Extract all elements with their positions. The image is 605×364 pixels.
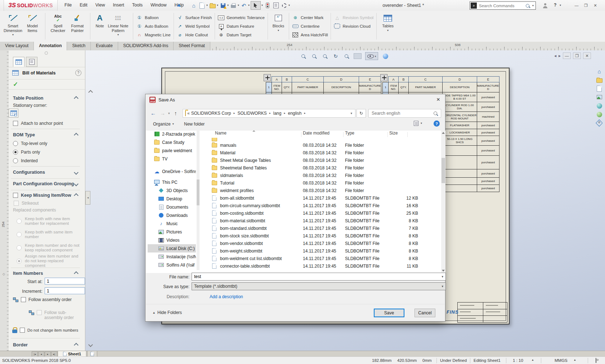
hide-folders-button[interactable]: Hide Folders xyxy=(153,310,182,315)
print-dropdown-icon[interactable] xyxy=(238,4,239,7)
organize-button[interactable]: Organize xyxy=(153,122,174,127)
file-row[interactable]: connector-table.sldbomtbt 14.11.2017 19:… xyxy=(202,262,440,270)
next-sheet-icon[interactable]: ▸ xyxy=(45,351,51,357)
expand-icon[interactable] xyxy=(74,182,79,186)
ribbon-item[interactable]: Hole Callout xyxy=(175,31,214,39)
save-icon[interactable] xyxy=(219,1,227,9)
open-dropdown-icon[interactable] xyxy=(217,4,218,7)
save-button[interactable]: Save xyxy=(374,309,404,317)
file-row[interactable]: Sheetmetal Bend Tables 08.03.2018 14:32 … xyxy=(202,164,440,172)
breadcrumb-item[interactable]: lang xyxy=(273,111,288,116)
search-icon[interactable] xyxy=(434,112,437,115)
add-sheet-tab[interactable] xyxy=(87,351,97,357)
restore-icon[interactable]: ❐ xyxy=(582,2,590,9)
section-border[interactable]: Border xyxy=(13,342,78,347)
rotate-view-icon[interactable] xyxy=(332,53,339,60)
render-sphere-icon[interactable] xyxy=(382,53,389,60)
ribbon-item[interactable]: 0.3Geometric Tolerance xyxy=(216,14,266,22)
blocks-dropdown-icon[interactable] xyxy=(278,29,279,32)
crumb-separator-icon[interactable] xyxy=(231,112,237,115)
file-row[interactable]: bom-costing.sldbomtbt 14.11.2017 19:45 S… xyxy=(202,209,440,217)
view-mode-button[interactable] xyxy=(414,121,422,126)
menu-item[interactable]: View xyxy=(91,3,109,8)
ribbon-item[interactable]: Area Hatch/Fill xyxy=(290,31,330,39)
ribbon-tab[interactable]: View Layout xyxy=(0,42,34,50)
search-input[interactable] xyxy=(369,110,434,116)
column-date[interactable]: Date modified xyxy=(303,131,330,136)
ribbon-tab[interactable]: Annotation xyxy=(34,42,67,50)
units-dropdown-icon[interactable] xyxy=(574,358,576,361)
section-configurations[interactable]: Configurations xyxy=(13,170,78,175)
save-as-type-combo[interactable]: Template (*.sldbomtbt) xyxy=(192,282,446,290)
linear-note-pattern-button[interactable]: AAAAAA Linear Note Pattern xyxy=(106,11,130,42)
section-table-position[interactable]: Table Position xyxy=(13,96,78,101)
nav-item[interactable]: Local Disk (C:) xyxy=(148,244,196,252)
tables-dropdown-icon[interactable] xyxy=(387,29,389,32)
up-icon[interactable] xyxy=(174,110,177,116)
menu-item[interactable]: Tools xyxy=(128,3,147,8)
ok-check-icon[interactable] xyxy=(13,81,18,87)
file-row[interactable]: bom-material.sldbomtbt 14.11.2017 19:45 … xyxy=(202,217,440,224)
nav-scrollbar[interactable] xyxy=(197,131,200,270)
collapse-icon[interactable] xyxy=(74,271,79,276)
collapse-icon[interactable] xyxy=(74,343,79,347)
add-description-link[interactable]: Add a description xyxy=(210,294,243,299)
back-icon[interactable] xyxy=(151,110,156,116)
address-bar[interactable]: SOLIDWORKS CorpSOLIDWORKSlangenglish xyxy=(183,109,355,118)
model-items-button[interactable]: Model Items xyxy=(23,11,42,42)
bom-type-radio[interactable]: Top-level only xyxy=(13,139,79,148)
new-folder-button[interactable]: New folder xyxy=(184,122,205,127)
column-name[interactable]: Name xyxy=(215,131,227,136)
nav-item[interactable]: OneDrive - Solfins xyxy=(148,167,196,176)
resources-home-icon[interactable] xyxy=(595,67,604,75)
selection-filter-icon[interactable] xyxy=(264,1,271,9)
pan-icon[interactable] xyxy=(343,53,350,60)
ribbon-item[interactable]: Surface Finish xyxy=(175,14,214,22)
follow-sub-assembly-checkbox[interactable]: Follow sub-assembly order xyxy=(29,310,79,320)
prev-document-icon[interactable] xyxy=(554,54,556,58)
ribbon-tab[interactable]: Evaluate xyxy=(91,42,118,50)
last-sheet-icon[interactable]: ▸| xyxy=(51,351,57,357)
ribbon-item[interactable]: Magnetic Line xyxy=(134,31,172,39)
nav-item[interactable]: Solfins All (\\slf xyxy=(148,261,196,269)
replaced-components-radio[interactable]: Assign new item number and do not keep r… xyxy=(17,254,81,268)
replaced-components-radio[interactable]: Keep both with same item number xyxy=(17,228,81,241)
search-dropdown-icon[interactable] xyxy=(532,4,534,7)
view-palette-icon[interactable] xyxy=(595,93,604,101)
help-dropdown-icon[interactable] xyxy=(560,4,561,7)
file-name-input[interactable] xyxy=(192,274,442,279)
help-icon[interactable]: ? xyxy=(554,3,556,8)
nav-item[interactable]: Downloads xyxy=(148,211,196,219)
nav-item[interactable]: 2-Razrada projek xyxy=(148,130,196,138)
strikeout-checkbox[interactable]: Strikeout xyxy=(14,201,39,206)
minimize-icon[interactable]: — xyxy=(573,2,581,9)
keep-missing-checkbox[interactable] xyxy=(13,193,18,198)
panel-handle-icon[interactable] xyxy=(45,51,48,55)
ribbon-item[interactable]: Auto Balloon xyxy=(134,23,172,30)
open-icon[interactable] xyxy=(209,1,216,9)
file-row[interactable]: Tutorial 08.03.2018 14:32 File folder xyxy=(202,179,440,187)
bom-type-radio[interactable]: Indented xyxy=(13,156,79,165)
recent-locations-icon[interactable] xyxy=(168,112,170,115)
follow-assembly-checkbox[interactable]: Follow assembly order xyxy=(13,297,72,302)
ribbon-item[interactable]: Center Mark xyxy=(290,14,330,22)
breadcrumb-item[interactable]: SOLIDWORKS Corp xyxy=(191,111,238,116)
search-commands-input[interactable] xyxy=(478,3,526,8)
crumb-separator-icon[interactable] xyxy=(302,112,308,115)
design-library-icon[interactable] xyxy=(595,76,604,84)
smart-dimension-button[interactable]: Smart Dimension xyxy=(3,11,23,42)
zoom-to-fit-icon[interactable] xyxy=(300,53,307,60)
forward-icon[interactable] xyxy=(160,110,165,116)
corner-bottom-right-icon[interactable] xyxy=(9,109,18,118)
doc-restore-icon[interactable]: ❐ xyxy=(573,53,581,59)
nav-item[interactable]: Music xyxy=(148,219,196,228)
first-sheet-icon[interactable]: |◂ xyxy=(32,351,38,357)
replaced-components-radio[interactable]: Keep both with new item number for repla… xyxy=(17,214,81,228)
tab-feature-manager[interactable] xyxy=(26,57,37,67)
no-change-item-numbers-checkbox[interactable]: Do not change item numbers xyxy=(12,327,78,333)
column-type[interactable]: Type xyxy=(345,131,354,136)
file-row[interactable]: bom-standard.sldbomtbt 14.11.2017 19:45 … xyxy=(202,224,440,232)
section-bom-type[interactable]: BOM Type xyxy=(13,132,78,137)
smart-dimension-dropdown-icon[interactable] xyxy=(12,33,14,36)
file-row[interactable]: bom-weldment cut list.sldbomtbt 14.11.20… xyxy=(202,255,440,262)
